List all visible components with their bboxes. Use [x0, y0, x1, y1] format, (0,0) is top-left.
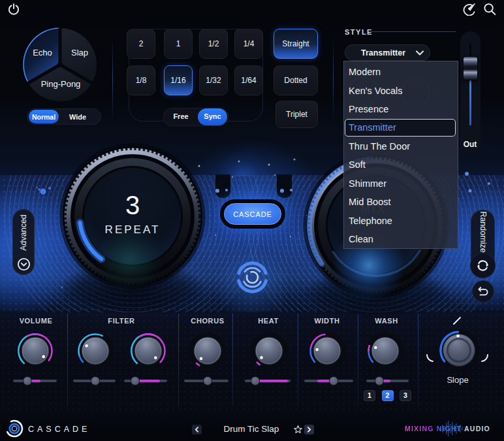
svg-text:REPEAT: REPEAT [105, 223, 161, 236]
svg-text:3: 3 [125, 191, 140, 220]
